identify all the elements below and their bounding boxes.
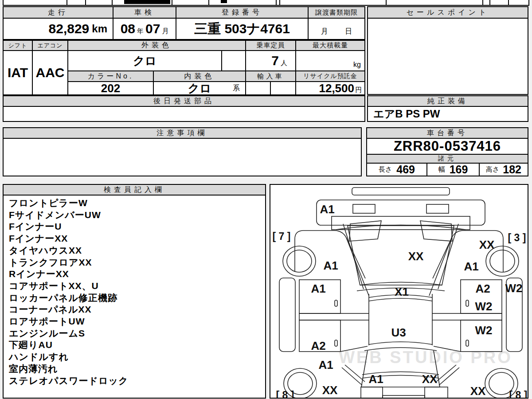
later-parts-body: [4, 107, 364, 121]
damage-label: W2: [475, 324, 493, 337]
summary-table: 走行 車検 登録番号 譲渡書類期限 82,829 km 08 年 07 月 三重…: [3, 6, 365, 40]
import-value-sub: [271, 82, 296, 94]
registration-value: 三重 503ナ4761: [176, 19, 309, 39]
interior-color-value: クロ 系: [154, 82, 246, 94]
shift-value: IAT: [4, 51, 33, 94]
notes-panel: 注意事項欄: [3, 127, 362, 176]
inspector-line: FサイドメンバーUW: [9, 209, 262, 221]
corner-marker-top-right: [ 3 ]: [508, 232, 526, 243]
chassis-number: ZRR80-0537416: [367, 139, 528, 155]
divider: [508, 0, 509, 6]
door-handle-front-left: [335, 300, 337, 306]
height-cell: 高さ 182: [480, 164, 528, 176]
later-parts-panel: 後日発送部品: [3, 95, 365, 122]
inspector-line: トランクフロアXX: [9, 257, 262, 269]
divider: [482, 0, 483, 6]
damage-diagram-panel: WEB STUDIO PRO: [270, 184, 528, 399]
divider: [66, 0, 67, 6]
aircon-value: AAC: [33, 51, 68, 94]
inspector-line: RインナーXX: [9, 268, 262, 280]
rear-bumper-bar: [383, 395, 425, 398]
front-vent-left: [353, 204, 375, 213]
chassis-panel: 車台番号 ZRR80-0537416 諸元 長さ 469 幅 169 高さ 18…: [366, 127, 528, 176]
spec-dims-header: 諸元: [367, 155, 528, 164]
mileage-value: 82,829 km: [4, 19, 113, 39]
damage-label: A1: [320, 203, 334, 216]
inspector-line: 室内薄汚れ: [9, 363, 262, 375]
mileage-header: 走行: [4, 7, 113, 19]
inspector-line: ハンドルすれ: [9, 351, 262, 363]
door-handle-rear-right: [466, 340, 469, 346]
color-no-value: 202: [68, 82, 154, 94]
inspector-header: 検査員記入欄: [4, 185, 265, 196]
wiper-right: [420, 221, 452, 241]
wheel-front-right-inner: [490, 250, 515, 272]
damage-label: XX: [422, 372, 438, 386]
seam-right: [429, 238, 452, 296]
divider: [172, 0, 172, 6]
registration-header: 登録番号: [176, 7, 309, 19]
inspector-panel: 検査員記入欄 フロントピラーW FサイドメンバーUW FインナーU FインナーX…: [3, 184, 266, 399]
divider: [85, 0, 86, 6]
sales-point-body: [368, 19, 528, 94]
damage-label: A1: [464, 260, 478, 273]
genuine-equipment-panel: 純正装備 エアB PS PW: [367, 95, 528, 122]
front-panel: [317, 200, 485, 225]
cut-text-fragment: [124, 0, 170, 4]
damage-label: X1: [395, 285, 409, 298]
length-cell: 長さ 469: [367, 164, 427, 176]
transfer-deadline-header: 譲渡書類期限: [309, 7, 364, 19]
damage-label: XX: [322, 383, 338, 397]
inspector-line: コアサポートXX、U: [9, 280, 262, 292]
wheel-front-left-inner: [287, 250, 312, 272]
divider: [386, 0, 387, 6]
damage-label: XX: [408, 250, 424, 263]
a-pillar-right: [438, 224, 458, 289]
cut-text-fragment: [221, 0, 227, 3]
cabin-bottom-arc1: [369, 342, 432, 344]
inspector-line: ロッカーパネル修正機跡: [9, 292, 262, 304]
exterior-color-value: クロ: [68, 51, 222, 71]
inspector-line: タイヤハウスXX: [9, 245, 262, 257]
windshield: [348, 226, 454, 285]
genuine-equipment-header: 純正装備: [368, 96, 528, 107]
inspector-list: フロントピラーW FサイドメンバーUW FインナーU FインナーXX タイヤハウ…: [9, 197, 262, 396]
max-load-header: 最大積載量: [296, 41, 364, 51]
belt-line-right: [432, 313, 502, 320]
rear-bumper-left: [361, 387, 383, 398]
damage-label: A2: [475, 282, 490, 295]
wheel-front-left: [283, 246, 316, 276]
auction-sheet: 走行 車検 登録番号 譲渡書類期限 82,829 km 08 年 07 月 三重…: [0, 0, 532, 399]
exterior-color-header: 外装色: [68, 41, 246, 51]
damage-label: XX: [470, 384, 486, 398]
divider: [489, 0, 490, 6]
inspector-line: フロントピラーW: [9, 197, 262, 209]
belt-line-left: [299, 313, 369, 320]
rear-seam-right2: [439, 368, 459, 385]
max-load-value: kg: [296, 51, 364, 71]
sales-point-panel: セールスポイント: [367, 6, 528, 95]
door-handle-rear-left: [335, 340, 337, 346]
top-cut-row: [3, 0, 529, 6]
capacity-value: 7 人: [246, 51, 296, 71]
width-cell: 幅 169: [427, 164, 480, 176]
seam-left: [346, 238, 369, 296]
divider: [112, 0, 113, 6]
damage-label: A1: [323, 259, 338, 272]
damage-label: U3: [391, 326, 406, 339]
color-no-header: カラーNo.: [68, 71, 154, 82]
inspector-line: ロアサポートUW: [9, 316, 262, 328]
damage-label: A1: [311, 282, 325, 295]
recycle-value: 12,500 円: [296, 82, 364, 94]
corner-marker-top-left: [ 7 ]: [273, 231, 291, 242]
notes-body: [4, 139, 361, 176]
sill-left: [279, 278, 295, 352]
rear-bumper-right: [425, 387, 448, 398]
divider: [208, 0, 209, 6]
inspector-line: コーナーパネルXX: [9, 304, 262, 316]
damage-label: A2: [311, 339, 325, 352]
spec-table: シフト エアコン 外装色 乗車定員 最大積載量 IAT AAC クロ 7 人 k…: [3, 40, 365, 95]
car-damage-map: WEB STUDIO PRO: [270, 185, 528, 398]
inspector-line: FインナーU: [9, 221, 262, 233]
damage-label: XX: [479, 238, 495, 251]
